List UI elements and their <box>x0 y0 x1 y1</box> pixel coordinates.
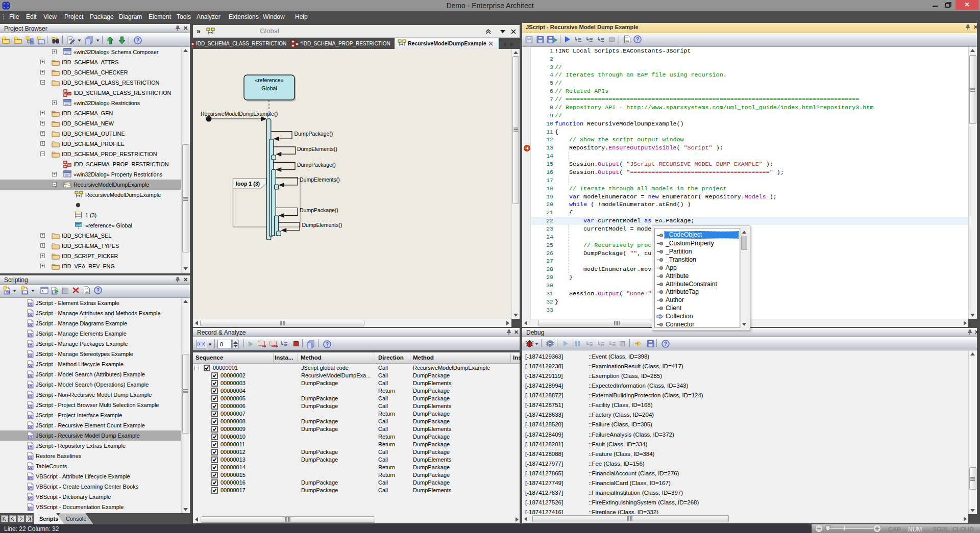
svg-text:JS: JS <box>29 323 33 326</box>
svg-text:JS: JS <box>29 313 33 316</box>
svg-text:DumpPackage(): DumpPackage() <box>300 207 338 213</box>
svg-text:Scripts: Scripts <box>39 516 58 522</box>
svg-text:JS: JS <box>29 436 33 439</box>
svg-text:JS: JS <box>29 405 33 408</box>
svg-text:JS: JS <box>29 354 33 357</box>
svg-text:JS: JS <box>29 374 33 377</box>
svg-text:DumpPackage(): DumpPackage() <box>295 131 333 137</box>
svg-text:VB: VB <box>29 487 33 490</box>
svg-text:DumpElements(): DumpElements() <box>302 222 342 228</box>
svg-text:DumpElements(): DumpElements() <box>297 146 337 152</box>
svg-text:JS: JS <box>29 415 33 418</box>
svg-text:JS: JS <box>29 456 33 459</box>
svg-text:?: ? <box>664 341 667 347</box>
svg-text:RecursiveModelDumpExample(): RecursiveModelDumpExample() <box>201 111 278 117</box>
svg-text:JS: JS <box>29 344 33 347</box>
svg-text:«reference»: «reference» <box>255 77 283 83</box>
svg-text:?: ? <box>326 342 329 347</box>
svg-text:JS: JS <box>29 446 33 449</box>
svg-text:JS: JS <box>29 364 33 367</box>
svg-text:JS: JS <box>29 385 33 388</box>
svg-text:DumpPackage(): DumpPackage() <box>297 162 336 168</box>
svg-text:DumpElements(): DumpElements() <box>300 176 340 183</box>
svg-text:JS: JS <box>29 395 33 398</box>
svg-text:loop 1 (3): loop 1 (3) <box>236 181 260 187</box>
svg-text:JS: JS <box>6 291 9 294</box>
svg-text:?: ? <box>96 288 100 293</box>
svg-text:VB: VB <box>29 476 33 479</box>
svg-text:?: ? <box>136 38 139 43</box>
svg-text:Global: Global <box>261 85 277 91</box>
svg-text:VB: VB <box>29 497 33 500</box>
svg-text:JS: JS <box>29 425 33 428</box>
svg-text:JS: JS <box>29 303 33 306</box>
svg-text:?: ? <box>636 37 639 42</box>
svg-text:JS: JS <box>29 334 33 337</box>
svg-text:JS: JS <box>29 466 33 469</box>
svg-text:VB: VB <box>29 507 33 510</box>
